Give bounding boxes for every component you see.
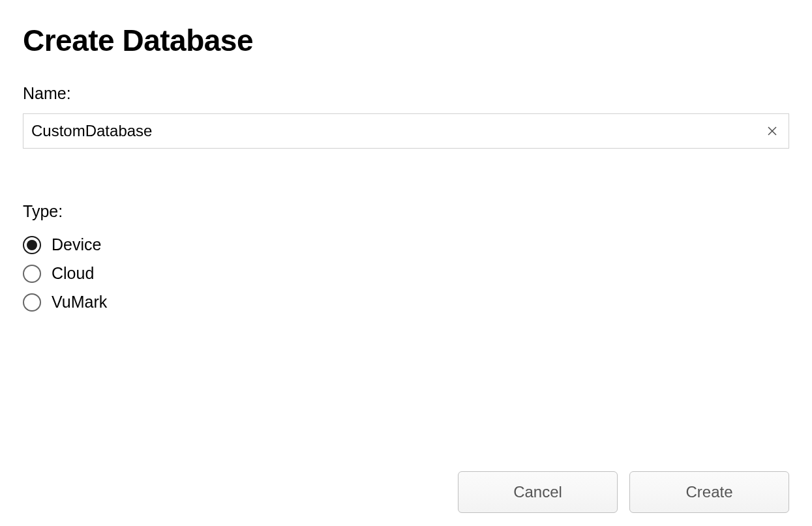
- page-title: Create Database: [23, 23, 789, 58]
- name-label: Name:: [23, 84, 789, 103]
- create-button[interactable]: Create: [629, 471, 789, 513]
- radio-icon: [23, 293, 41, 312]
- radio-label: VuMark: [52, 293, 107, 312]
- type-radio-group: Device Cloud VuMark: [23, 235, 789, 312]
- radio-icon: [23, 265, 41, 283]
- radio-icon: [23, 236, 41, 254]
- radio-label: Cloud: [52, 264, 94, 283]
- button-row: Cancel Create: [458, 471, 789, 513]
- clear-input-icon[interactable]: [766, 124, 779, 138]
- radio-option-device[interactable]: Device: [23, 235, 789, 254]
- radio-label: Device: [52, 235, 101, 254]
- cancel-button[interactable]: Cancel: [458, 471, 618, 513]
- radio-option-vumark[interactable]: VuMark: [23, 293, 789, 312]
- name-input[interactable]: [23, 113, 789, 149]
- type-label: Type:: [23, 202, 789, 221]
- name-input-wrapper: [23, 113, 789, 149]
- radio-option-cloud[interactable]: Cloud: [23, 264, 789, 283]
